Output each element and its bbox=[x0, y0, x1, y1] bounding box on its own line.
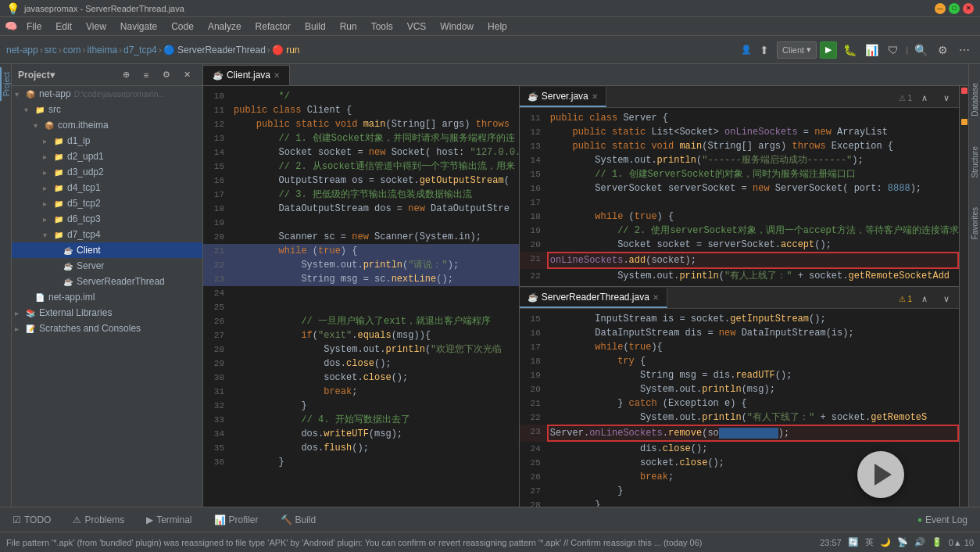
status-lang-icon[interactable]: 英 bbox=[865, 536, 874, 548]
minimize-button[interactable]: — bbox=[935, 3, 946, 14]
tree-item-d5[interactable]: ▸ 📁 d5_tcp2 bbox=[12, 195, 202, 211]
build-tab[interactable]: 🔨 Build bbox=[274, 511, 323, 529]
menu-navigate[interactable]: Navigate bbox=[114, 20, 163, 34]
collapse-all-btn[interactable]: ≡ bbox=[137, 66, 156, 84]
tree-item-client[interactable]: ☕ Client bbox=[12, 242, 202, 258]
profile-btn[interactable]: 📊 bbox=[862, 41, 881, 59]
tree-item-d6[interactable]: ▸ 📁 d6_tcp3 bbox=[12, 211, 202, 227]
menu-run[interactable]: Run bbox=[334, 20, 363, 34]
settings-tree-btn[interactable]: ⚙ bbox=[157, 66, 176, 84]
editor-pane-left: 10 */ 11 public class Client { 12 public… bbox=[203, 86, 519, 507]
debug-btn[interactable]: 🐛 bbox=[840, 41, 859, 59]
menu-help[interactable]: Help bbox=[481, 20, 513, 34]
code-line-30: 30 socket.close(); bbox=[203, 371, 519, 385]
favorites-tab[interactable]: Favorites bbox=[967, 204, 981, 242]
tree-item-d4[interactable]: ▸ 📁 d4_tcp1 bbox=[12, 180, 202, 195]
tab-client-java[interactable]: ☕ Client.java ✕ bbox=[203, 65, 290, 85]
srt-line-22: 22 System.out.println("有人下线了：" + socket.… bbox=[520, 410, 959, 425]
tree-item-com[interactable]: ▾ 📦 com.itheima bbox=[12, 117, 202, 133]
run-button[interactable]: ▶ bbox=[820, 41, 837, 59]
tab-serverreaderthread-close[interactable]: ✕ bbox=[653, 293, 659, 302]
tree-item-server[interactable]: ☕ Server bbox=[12, 258, 202, 274]
bc-itheima[interactable]: itheima bbox=[87, 45, 117, 56]
tab-server-close[interactable]: ✕ bbox=[592, 92, 598, 101]
editor-tab-bar: ☕ Client.java ✕ bbox=[203, 64, 968, 86]
editor-content-server[interactable]: 11 public class Server { 12 public stati… bbox=[520, 108, 959, 286]
menu-view[interactable]: View bbox=[80, 20, 113, 34]
bc-com[interactable]: com bbox=[63, 45, 81, 56]
menu-bar: 🧠 File Edit View Navigate Code Analyze R… bbox=[0, 17, 980, 36]
code-line-15: 15 // 2. 从socket通信管道中得到一个字节输出流，用来 bbox=[203, 160, 519, 174]
vcs-update-btn[interactable]: ⬆ bbox=[755, 41, 774, 59]
tree-item-module[interactable]: 📄 net-app.iml bbox=[12, 289, 202, 305]
close-button[interactable]: ✕ bbox=[963, 3, 974, 14]
more-btn[interactable]: ⋯ bbox=[955, 41, 974, 59]
menu-tools[interactable]: Tools bbox=[365, 20, 399, 34]
srv-line-16: 16 ServerSocket serverSocket = new Serve… bbox=[520, 181, 959, 195]
run-config-dropdown[interactable]: Client ▾ bbox=[777, 41, 817, 59]
event-log-tab[interactable]: ● Event Log bbox=[911, 511, 974, 529]
profiler-tab[interactable]: 📊 Profiler bbox=[208, 511, 265, 529]
menu-refactor[interactable]: Refactor bbox=[249, 20, 297, 34]
tree-item-d2[interactable]: ▸ 📁 d2_upd1 bbox=[12, 149, 202, 164]
code-line-16: 16 OutputStream os = socket.getOutputStr… bbox=[203, 174, 519, 188]
left-sidebar: Project bbox=[0, 64, 12, 507]
todo-label: TODO bbox=[24, 514, 51, 525]
server-tab-bar: ☕ Server.java ✕ ⚠ 1 ∧ ∨ bbox=[520, 86, 959, 108]
pane-nav-up[interactable]: ∧ bbox=[915, 88, 934, 107]
bc-run[interactable]: 🔴 run bbox=[272, 45, 300, 56]
pane-nav-down-srt[interactable]: ∨ bbox=[937, 289, 956, 308]
play-overlay-btn[interactable] bbox=[857, 451, 904, 498]
settings-btn[interactable]: ⚙ bbox=[933, 41, 952, 59]
maximize-button[interactable]: □ bbox=[949, 3, 960, 14]
editor-content-left[interactable]: 10 */ 11 public class Client { 12 public… bbox=[203, 86, 519, 507]
tree-item-d3[interactable]: ▸ 📁 d3_udp2 bbox=[12, 164, 202, 180]
menu-window[interactable]: Window bbox=[434, 20, 480, 34]
tab-client-close[interactable]: ✕ bbox=[274, 71, 280, 80]
structure-tab[interactable]: Structure bbox=[967, 143, 981, 181]
database-tab[interactable]: Database bbox=[967, 80, 981, 120]
todo-tab[interactable]: ☑ TODO bbox=[6, 511, 57, 529]
tree-item-d7[interactable]: ▾ 📁 d7_tcp4 bbox=[12, 227, 202, 242]
tab-server-java[interactable]: ☕ Server.java ✕ bbox=[520, 87, 606, 107]
bc-netapp[interactable]: net-app bbox=[6, 45, 38, 56]
pane-nav-up-srt[interactable]: ∧ bbox=[915, 289, 934, 308]
bc-d7[interactable]: d7_tcp4 bbox=[123, 45, 157, 56]
bc-serverreader[interactable]: 🔵 ServerReaderThread bbox=[163, 45, 266, 56]
project-tree-panel: Project▾ ⊕ ≡ ⚙ ✕ ▾ 📦 net-app D:\code\jav… bbox=[12, 64, 203, 507]
menu-build[interactable]: Build bbox=[299, 20, 332, 34]
window-controls[interactable]: — □ ✕ bbox=[935, 3, 974, 14]
code-line-35: 35 dos.flush(); bbox=[203, 441, 519, 455]
tree-item-extlibs[interactable]: ▸ 📚 External Libraries bbox=[12, 305, 202, 321]
menu-edit[interactable]: Edit bbox=[49, 20, 78, 34]
code-line-31: 31 break; bbox=[203, 385, 519, 399]
menu-file[interactable]: File bbox=[20, 20, 48, 34]
tree-item-scratches[interactable]: ▸ 📝 Scratches and Consoles bbox=[12, 321, 202, 336]
menu-vcs[interactable]: VCS bbox=[401, 20, 433, 34]
srv-line-19: 19 // 2. 使用serverSocket对象，调用一个accept方法，等… bbox=[520, 224, 959, 238]
terminal-tab[interactable]: ▶ Terminal bbox=[140, 511, 198, 529]
pane-nav-down[interactable]: ∨ bbox=[937, 88, 956, 107]
project-header: Project▾ ⊕ ≡ ⚙ ✕ bbox=[12, 64, 202, 86]
tab-server-label: Server.java bbox=[542, 91, 588, 102]
tree-item-src[interactable]: ▾ 📁 src bbox=[12, 102, 202, 117]
problems-tab[interactable]: ⚠ Problems bbox=[66, 511, 131, 529]
tab-serverreaderthread-java[interactable]: ☕ ServerReaderThread.java ✕ bbox=[520, 288, 667, 308]
menu-analyze[interactable]: Analyze bbox=[202, 20, 248, 34]
tree-item-d1[interactable]: ▸ 📁 d1_ip bbox=[12, 133, 202, 149]
scope-btn[interactable]: ⊕ bbox=[116, 66, 135, 84]
search-btn[interactable]: 🔍 bbox=[911, 41, 930, 59]
close-tree-btn[interactable]: ✕ bbox=[177, 66, 196, 84]
srv-line-20: 20 Socket socket = serverSocket.accept()… bbox=[520, 238, 959, 252]
code-line-22: 22 System.out.println("请说："); bbox=[203, 258, 519, 272]
pane-nav-buttons: ⚠ 1 ∧ ∨ bbox=[899, 88, 959, 107]
menu-code[interactable]: Code bbox=[165, 20, 200, 34]
status-extra: 0▲ 10 bbox=[949, 538, 974, 547]
problems-label: Problems bbox=[84, 514, 124, 525]
srt-line-16: 16 DataInputStream dis = new DataInputSt… bbox=[520, 326, 959, 340]
tree-item-netapp[interactable]: ▾ 📦 net-app D:\code\javasepromax\n... bbox=[12, 86, 202, 102]
bc-src[interactable]: src bbox=[45, 45, 57, 56]
project-panel-tab[interactable]: Project bbox=[0, 67, 12, 101]
tree-item-serverreader[interactable]: ☕ ServerReaderThread bbox=[12, 274, 202, 289]
coverage-btn[interactable]: 🛡 bbox=[884, 41, 903, 59]
